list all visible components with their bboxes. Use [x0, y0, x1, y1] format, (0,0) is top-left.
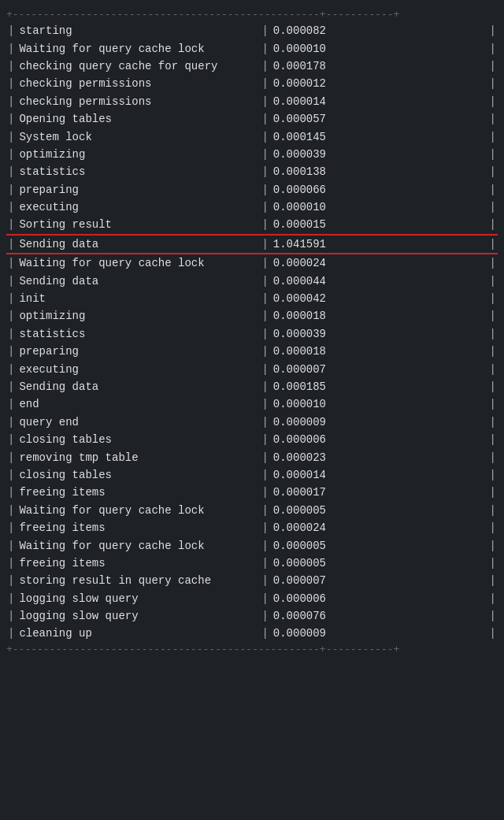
pipe-middle: |: [260, 590, 269, 607]
table-row: | Waiting for query cache lock| 0.000010…: [6, 40, 498, 58]
pipe-left: |: [6, 216, 16, 233]
row-value: 0.000039: [270, 146, 488, 163]
table-row: | closing tables| 0.000006|: [6, 431, 498, 448]
table-row: | Opening tables| 0.000057|: [6, 110, 498, 128]
pipe-middle: |: [260, 502, 269, 519]
table-row: | freeing items| 0.000005|: [6, 555, 498, 572]
pipe-left: |: [6, 414, 16, 431]
pipe-middle: |: [260, 290, 269, 307]
row-label: optimizing: [16, 307, 260, 325]
row-label: Sorting result: [16, 216, 260, 233]
table-row: | logging slow query| 0.000076|: [6, 607, 498, 625]
row-label: Sending data: [16, 378, 260, 395]
pipe-right: |: [488, 110, 498, 128]
row-value: 0.000017: [270, 484, 488, 501]
table-row: | starting| 0.000082|: [6, 22, 498, 39]
row-label: preparing: [16, 181, 260, 199]
row-label: freeing items: [16, 519, 260, 536]
row-value: 0.000006: [270, 590, 488, 607]
row-value: 0.000057: [270, 110, 488, 128]
table-row: | checking permissions| 0.000014|: [6, 93, 498, 110]
pipe-left: |: [6, 128, 16, 146]
pipe-right: |: [488, 625, 498, 642]
row-value: 0.000178: [270, 58, 488, 75]
row-label: System lock: [16, 128, 260, 146]
table-row: | preparing| 0.000066|: [6, 181, 498, 199]
pipe-right: |: [488, 40, 498, 58]
pipe-left: |: [6, 378, 16, 395]
pipe-right: |: [488, 75, 498, 92]
pipe-left: |: [6, 572, 16, 589]
row-value: 0.000066: [270, 181, 488, 199]
row-value: 0.000010: [270, 395, 488, 413]
row-value: 0.000145: [270, 128, 488, 146]
row-value: 0.000007: [270, 361, 488, 378]
pipe-right: |: [488, 590, 498, 607]
pipe-right: |: [488, 361, 498, 378]
row-label: executing: [16, 361, 260, 378]
pipe-left: |: [6, 290, 16, 307]
row-label: preparing: [16, 343, 260, 360]
table-row: | end| 0.000010|: [6, 395, 498, 413]
row-value: 0.000012: [270, 75, 488, 92]
row-label: Waiting for query cache lock: [16, 254, 260, 272]
pipe-middle: |: [260, 163, 269, 180]
row-value: 0.000014: [270, 466, 488, 484]
row-label: statistics: [16, 325, 260, 343]
terminal-output: +---------------------------------------…: [6, 8, 498, 657]
row-value: 0.000005: [270, 555, 488, 572]
pipe-middle: |: [260, 22, 269, 39]
row-label: closing tables: [16, 466, 260, 484]
pipe-left: |: [6, 449, 16, 466]
table-row: | removing tmp table| 0.000023|: [6, 449, 498, 466]
pipe-middle: |: [260, 58, 269, 75]
pipe-middle: |: [260, 199, 269, 216]
pipe-middle: |: [260, 449, 269, 466]
table-row: | Waiting for query cache lock| 0.000005…: [6, 537, 498, 555]
pipe-left: |: [6, 75, 16, 92]
table-row: | query end| 0.000009|: [6, 414, 498, 431]
row-label: Opening tables: [16, 110, 260, 128]
row-value: 0.000015: [270, 216, 488, 233]
table-row: | storing result in query cache| 0.00000…: [6, 572, 498, 589]
table-row: | Waiting for query cache lock| 0.000024…: [6, 254, 498, 272]
pipe-left: |: [6, 431, 16, 448]
row-value: 0.000018: [270, 343, 488, 360]
table-row: | statistics| 0.000138|: [6, 163, 498, 180]
table-row: | Sending data| 1.041591|: [6, 234, 498, 254]
pipe-left: |: [6, 625, 16, 642]
pipe-middle: |: [260, 572, 269, 589]
pipe-left: |: [6, 199, 16, 216]
row-value: 0.000023: [270, 449, 488, 466]
table-row: | closing tables| 0.000014|: [6, 466, 498, 484]
pipe-middle: |: [260, 343, 269, 360]
pipe-left: |: [6, 325, 16, 343]
pipe-right: |: [488, 343, 498, 360]
pipe-middle: |: [260, 414, 269, 431]
bottom-border: +---------------------------------------…: [6, 643, 498, 657]
pipe-right: |: [488, 236, 498, 253]
pipe-middle: |: [260, 75, 269, 92]
row-value: 0.000039: [270, 325, 488, 343]
row-label: Waiting for query cache lock: [16, 537, 260, 555]
pipe-left: |: [6, 93, 16, 110]
pipe-right: |: [488, 378, 498, 395]
row-label: init: [16, 290, 260, 307]
pipe-middle: |: [260, 519, 269, 536]
pipe-middle: |: [260, 325, 269, 343]
pipe-right: |: [488, 307, 498, 325]
table-row: | checking permissions| 0.000012|: [6, 75, 498, 92]
pipe-right: |: [488, 414, 498, 431]
pipe-left: |: [6, 361, 16, 378]
row-label: freeing items: [16, 484, 260, 501]
table-row: | checking query cache for query| 0.0001…: [6, 58, 498, 75]
row-value: 0.000044: [270, 273, 488, 290]
row-value: 0.000024: [270, 254, 488, 272]
pipe-right: |: [488, 607, 498, 625]
pipe-right: |: [488, 273, 498, 290]
row-value: 0.000076: [270, 607, 488, 625]
pipe-middle: |: [260, 254, 269, 272]
row-label: statistics: [16, 163, 260, 180]
row-label: checking query cache for query: [16, 58, 260, 75]
table-row: | Sending data| 0.000185|: [6, 378, 498, 395]
